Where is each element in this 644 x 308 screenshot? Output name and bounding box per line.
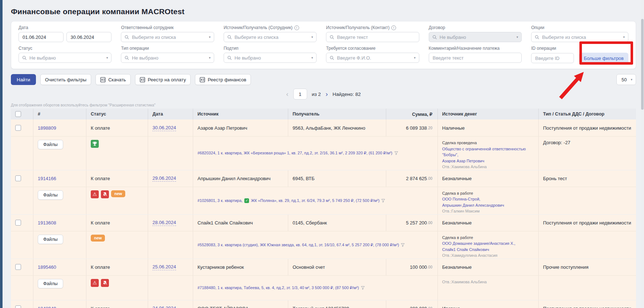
deal-party-link[interactable]: Общество с ограниченной ответственностью… (442, 146, 538, 158)
filter-contract-label: Договор (429, 25, 522, 30)
deal-link[interactable]: #6820324, 1 к. квартира, ЖК «Березовая р… (197, 151, 398, 155)
next-page-icon[interactable]: › (326, 90, 328, 98)
select-all-checkbox[interactable] (15, 111, 21, 117)
responsible-select[interactable]: Выберите из списка ▾ (121, 32, 214, 42)
comment-input[interactable] (429, 53, 522, 63)
deal-link[interactable]: #1026801, 3 к. квартира,✓ЖК «Поляна», кв… (197, 198, 385, 203)
table-row-group: 1898809 К оплате 30.06.2024 Азаров Азар … (11, 119, 636, 170)
source-contact-input[interactable]: Введите текст (326, 32, 419, 42)
options-select[interactable]: Выберите из списка ▾ (531, 32, 628, 42)
scrollbar[interactable] (641, 0, 644, 308)
new-badge: new (91, 235, 105, 242)
deal-info: Отв.:Хакимова Альбина (438, 276, 539, 300)
search-icon (330, 35, 334, 40)
row-checkbox[interactable] (15, 220, 21, 226)
operation-id-input[interactable] (531, 53, 574, 63)
page-size-select[interactable]: 50 ▾ (616, 74, 636, 85)
operation-id-link[interactable]: 1898809 (38, 125, 56, 131)
deal-link[interactable]: #7188480, 1 к. квартира, Табеева, 5, кв.… (197, 285, 365, 290)
money-source-cell: Безналичные (438, 215, 539, 231)
download-button[interactable]: Скачать (95, 74, 131, 85)
amount-cell: 200 000.00 (386, 300, 438, 308)
files-button[interactable]: Файлы (38, 235, 63, 244)
filter-source-employee: Источник/Получатель (Сотрудник)i Выберит… (224, 25, 317, 42)
deal-info: Сделка проведена Общество с ограниченной… (438, 137, 539, 170)
amount-cell: 2 874 625.00 (386, 170, 438, 187)
date-link[interactable]: 29.06.2024 (152, 175, 176, 182)
files-button[interactable]: Файлы (38, 140, 63, 149)
operation-id-link[interactable]: 1848949 (38, 306, 56, 308)
responsible-text: Отв.:Хамидуллина Анастасия (442, 252, 538, 259)
money-source-cell: Наличные (438, 119, 539, 136)
chevron-down-icon: ▾ (311, 36, 313, 39)
subtype-select[interactable]: Не выбрано ▾ (224, 53, 317, 63)
deal-won-icon (91, 140, 99, 148)
deal-party-link[interactable]: Спайк1 Спайк Спайкович (442, 247, 538, 253)
source-employee-select[interactable]: Выберите из списка ▾ (224, 32, 317, 42)
responsible-placeholder: Выберите из списка (132, 35, 206, 40)
contract-text (539, 187, 636, 214)
table-header: # Статус Дата Источник Получатель Сумма,… (11, 109, 636, 119)
filter-contract: Договор Не выбрано ▾ (429, 25, 522, 42)
found-count: Найдено: 82 (333, 92, 361, 97)
status-text: К оплате (86, 119, 148, 136)
deal-party-link[interactable]: Азаров Азар Петрович (442, 158, 538, 164)
chevron-down-icon: ▾ (209, 36, 211, 39)
page-of-label: из 2 (312, 92, 321, 97)
more-filters-button[interactable]: Больше фильтров (579, 53, 628, 64)
type-cell: Прочие поступления (539, 259, 636, 275)
type-cell: Бронь тест (539, 170, 636, 187)
deal-link[interactable]: #5528083, 3 к. квартира (студия), ЖК Южн… (197, 243, 405, 247)
operation-id-link[interactable]: 1895460 (38, 264, 56, 270)
row-checkbox[interactable] (15, 125, 21, 131)
date-link[interactable]: 30.06.2024 (152, 125, 176, 131)
payment-registry-button[interactable]: Реестр на оплату (135, 74, 191, 85)
prev-page-icon[interactable]: ‹ (286, 90, 288, 98)
date-link[interactable]: 25.06.2024 (152, 264, 176, 270)
table-row: 1913608 К оплате 28.06.2024 Спайк1 Спайк… (11, 214, 636, 231)
date-to-input[interactable] (66, 32, 111, 42)
filter-source-contact-label: Источник/Получатель (Контакт) (326, 25, 390, 30)
filter-approval: Требуется согласование Введите Ф.И.О. ▾ (326, 46, 419, 64)
date-link[interactable]: 24.06.2024 (152, 305, 176, 308)
col-id: # (33, 109, 86, 119)
row-checkbox[interactable] (15, 264, 21, 270)
approval-select[interactable]: Введите Ф.И.О. ▾ (326, 53, 419, 63)
filter-status: Статус Не выбрано ▾ (19, 46, 111, 64)
op-type-select[interactable]: Не выбрано ▾ (121, 53, 214, 63)
table-row: 1898809 К оплате 30.06.2024 Азаров Азар … (11, 119, 636, 136)
actions-row: Найти Очистить фильтры Скачать Реестр на… (11, 74, 636, 85)
chevron-down-icon: ▾ (311, 56, 313, 60)
finance-registry-button[interactable]: Реестр финансов (195, 74, 251, 85)
status-text: К оплате (86, 259, 148, 275)
download-label: Скачать (108, 77, 126, 82)
filter-status-label: Статус (19, 46, 111, 51)
search-button[interactable]: Найти (11, 74, 36, 85)
files-button[interactable]: Файлы (38, 279, 63, 288)
operation-id-link[interactable]: 1914166 (38, 176, 56, 181)
files-button[interactable]: Файлы (38, 190, 63, 200)
row-checkbox[interactable] (15, 305, 21, 308)
date-from-input[interactable] (19, 32, 64, 42)
status-select[interactable]: Не выбрано ▾ (19, 53, 111, 63)
chevron-down-icon: ▾ (414, 56, 416, 60)
pagination: ‹ из 2 › Найдено: 82 (11, 89, 636, 100)
clear-filters-button[interactable]: Очистить фильтры (40, 74, 91, 85)
table-row: 1914166 К оплате 29.06.2024 Апрышкин Дан… (11, 170, 636, 187)
row-checkbox[interactable] (15, 175, 21, 181)
deal-party-link[interactable]: ООО Домашнее задание/Анастасия Х., (442, 240, 538, 247)
page-number-input[interactable] (293, 89, 307, 100)
source-employee-placeholder: Выберите из списка (235, 35, 309, 40)
deal-party-link[interactable]: ООО Поляна-Строй, (442, 196, 538, 202)
scrollbar-thumb[interactable] (641, 19, 644, 110)
table-row-details: Файлы ⚠ new #1026801, 3 к. квартира,✓ЖК … (11, 187, 636, 214)
status-text: К оплате (86, 215, 148, 231)
search-icon (535, 35, 539, 40)
operation-id-link[interactable]: 1913608 (38, 220, 56, 226)
filter-responsible: Ответственный сотрудник Выберите из спис… (121, 25, 214, 42)
turnover-hint: Для отображения оборотов воспользуйтесь … (11, 103, 636, 107)
deal-info: Сделка в работе ООО Поляна-Строй, Апрышк… (438, 187, 539, 214)
deal-party-link[interactable]: Апрышкин Данил Александрович (442, 202, 538, 208)
contract-select[interactable]: Не выбрано ▾ (429, 32, 522, 42)
date-link[interactable]: 28.06.2024 (152, 220, 176, 226)
